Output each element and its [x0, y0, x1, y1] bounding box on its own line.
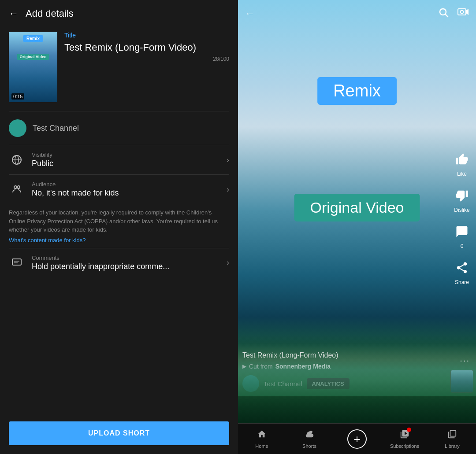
library-icon	[447, 429, 457, 442]
right-header: ←	[238, 0, 476, 27]
right-header-icons	[438, 7, 469, 20]
svg-rect-5	[12, 259, 21, 265]
upload-btn-container: UPLOAD SHORT	[0, 416, 238, 454]
audience-value: No, it's not made for kids	[32, 188, 219, 198]
share-button[interactable]: Share	[452, 258, 472, 285]
shorts-icon	[305, 429, 314, 442]
right-panel: ← Remix Original Video	[238, 0, 476, 454]
nav-subscriptions-label: Subscriptions	[390, 443, 419, 449]
bottom-nav: Home Shorts + Subscriptions	[238, 423, 476, 454]
comments-chevron: ›	[227, 258, 229, 267]
nav-add[interactable]: +	[333, 429, 381, 449]
right-back-button[interactable]: ←	[245, 8, 255, 19]
left-panel: ← Add details Remix Original Video 0:15 …	[0, 0, 238, 454]
nav-library-label: Library	[445, 443, 460, 449]
video-background: ← Remix Original Video	[238, 0, 476, 423]
upload-short-button[interactable]: UPLOAD SHORT	[9, 421, 229, 445]
char-count: 28/100	[64, 56, 229, 62]
comments-icon	[9, 255, 25, 271]
audience-chevron: ›	[227, 185, 229, 194]
svg-rect-10	[458, 9, 466, 15]
svg-line-9	[446, 15, 448, 17]
nav-subscriptions[interactable]: Subscriptions	[381, 429, 428, 449]
ocean-wave	[238, 343, 476, 396]
comment-count: 0	[461, 243, 464, 249]
original-video-badge: Original Video	[17, 54, 49, 60]
visibility-content: Visibility Public	[32, 151, 219, 168]
title-section: Title Test Remix (Long-Form Video) 28/10…	[64, 32, 229, 62]
channel-avatar	[9, 119, 26, 137]
original-video-overlay: Original Video	[294, 194, 420, 221]
camera-icon[interactable]	[457, 7, 469, 20]
visibility-chevron: ›	[227, 155, 229, 165]
comments-row[interactable]: Comments Hold potentially inappropriate …	[0, 248, 238, 277]
add-button[interactable]: +	[347, 429, 367, 449]
subscriptions-icon	[400, 429, 409, 442]
nav-home-label: Home	[255, 443, 268, 449]
nav-shorts-label: Shorts	[302, 443, 316, 449]
svg-point-3	[14, 186, 17, 188]
visibility-label: Visibility	[32, 151, 219, 158]
comments-label: Comments	[32, 255, 219, 261]
nav-library[interactable]: Library	[428, 429, 476, 449]
coppa-text: Regardless of your location, you're lega…	[0, 204, 238, 237]
comments-value: Hold potentially inappropriate comme...	[32, 262, 219, 271]
visibility-value: Public	[32, 159, 219, 168]
channel-name: Test Channel	[33, 124, 79, 133]
share-label: Share	[455, 279, 469, 285]
svg-point-4	[17, 186, 20, 188]
home-icon	[257, 429, 267, 442]
action-buttons: Like Dislike 0	[452, 150, 472, 285]
video-section: Remix Original Video 0:15 Title Test Rem…	[0, 27, 238, 111]
svg-point-11	[461, 11, 464, 14]
comments-content: Comments Hold potentially inappropriate …	[32, 255, 219, 271]
like-icon	[452, 150, 472, 169]
left-page-title: Add details	[26, 8, 74, 19]
audience-icon	[9, 181, 25, 197]
duration-badge: 0:15	[11, 93, 24, 100]
nav-shorts[interactable]: Shorts	[286, 429, 333, 449]
subscription-badge	[407, 428, 411, 432]
left-header: ← Add details	[0, 0, 238, 27]
dislike-button[interactable]: Dislike	[452, 186, 472, 213]
add-icon: +	[353, 433, 360, 445]
coppa-link[interactable]: What's content made for kids?	[0, 237, 238, 244]
audience-content: Audience No, it's not made for kids	[32, 181, 219, 198]
visibility-row[interactable]: Visibility Public ›	[0, 145, 238, 174]
share-icon	[452, 258, 472, 277]
left-back-button[interactable]: ←	[9, 8, 19, 19]
video-thumbnail: Remix Original Video 0:15	[9, 32, 57, 102]
search-icon[interactable]	[438, 7, 449, 20]
like-button[interactable]: Like	[452, 150, 472, 177]
comment-icon	[452, 222, 472, 241]
channel-row: Test Channel	[0, 111, 238, 145]
audience-label: Audience	[32, 181, 219, 188]
nav-home[interactable]: Home	[238, 429, 286, 449]
visibility-icon	[9, 152, 25, 168]
remix-overlay: Remix	[317, 77, 397, 105]
comments-button[interactable]: 0	[452, 222, 472, 249]
dislike-label: Dislike	[454, 207, 469, 213]
video-title-input[interactable]: Test Remix (Long-Form Video)	[64, 41, 229, 54]
remix-badge: Remix	[23, 35, 43, 42]
title-label: Title	[64, 32, 229, 39]
audience-row[interactable]: Audience No, it's not made for kids ›	[0, 175, 238, 204]
like-label: Like	[457, 171, 467, 177]
dislike-icon	[452, 186, 472, 205]
